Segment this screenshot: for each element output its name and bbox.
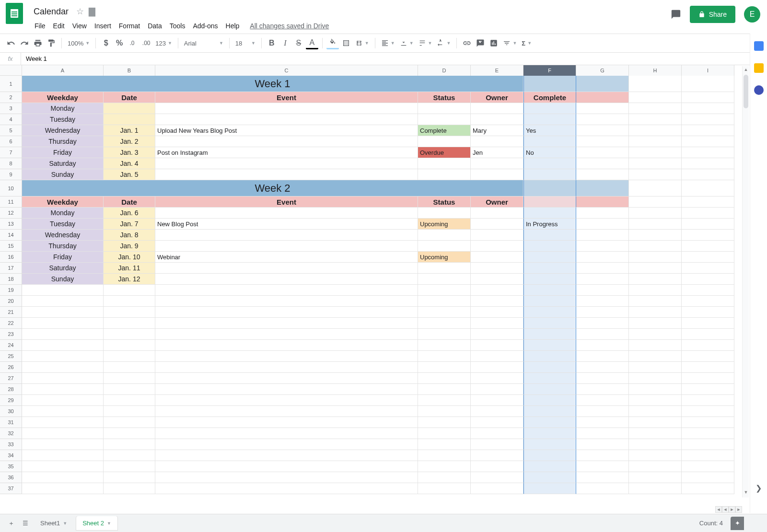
row-header-11[interactable]: 11 [0,197,22,208]
header-status[interactable]: Status [418,92,471,103]
cell[interactable] [629,307,682,318]
selection-count[interactable]: Count: 4 [699,520,723,527]
cell[interactable] [523,285,576,296]
cell[interactable] [629,136,682,147]
cell[interactable] [104,384,155,395]
row-header-25[interactable]: 25 [0,351,22,362]
cell[interactable] [576,373,629,384]
cell[interactable] [418,296,471,307]
cell[interactable] [682,76,734,92]
cell[interactable] [104,373,155,384]
cell[interactable] [471,428,523,439]
cell[interactable] [682,180,734,197]
cell-status[interactable] [418,274,471,285]
cell-event[interactable] [155,114,418,125]
cell[interactable] [22,461,104,472]
zoom-select[interactable]: 100%▼ [66,37,92,49]
cell-weekday[interactable]: Monday [22,208,104,219]
cell[interactable] [682,219,734,230]
row-header-21[interactable]: 21 [0,307,22,318]
cell[interactable] [682,230,734,241]
cell[interactable] [576,158,629,169]
cell[interactable] [576,439,629,450]
header-date[interactable]: Date [104,197,155,208]
cell[interactable] [629,340,682,351]
cell[interactable] [682,362,734,373]
row-header-17[interactable]: 17 [0,263,22,274]
cell[interactable] [629,274,682,285]
fill-color-icon[interactable] [326,37,339,49]
cell[interactable] [523,395,576,406]
cell[interactable] [22,428,104,439]
cell[interactable] [629,241,682,252]
cell[interactable] [576,461,629,472]
cell[interactable] [471,307,523,318]
cell-event[interactable] [155,103,418,114]
cell-complete[interactable]: No [523,147,576,158]
account-avatar[interactable]: E [744,6,760,23]
cell[interactable] [682,483,734,494]
filter-select[interactable]: ▼ [501,37,519,49]
cell-owner[interactable] [471,230,523,241]
cell[interactable] [576,219,629,230]
cell[interactable] [22,296,104,307]
cell[interactable] [629,406,682,417]
cell-status[interactable]: Complete [418,125,471,136]
cell-complete[interactable] [523,103,576,114]
keep-addon-icon[interactable] [754,63,764,73]
cell-weekday[interactable]: Friday [22,252,104,263]
row-header-24[interactable]: 24 [0,340,22,351]
row-header-10[interactable]: 10 [0,180,22,197]
cell[interactable] [576,450,629,461]
cell[interactable] [682,373,734,384]
cell-owner[interactable] [471,136,523,147]
cell-event[interactable] [155,169,418,180]
cell[interactable] [471,351,523,362]
cell[interactable] [155,428,418,439]
header-event[interactable]: Event [155,92,418,103]
row-header-37[interactable]: 37 [0,483,22,494]
cell-complete[interactable] [523,136,576,147]
cell[interactable] [682,263,734,274]
cell-weekday[interactable]: Sunday [22,169,104,180]
col-header-C[interactable]: C [155,65,418,76]
col-header-F[interactable]: F [523,65,576,76]
cell[interactable] [629,318,682,329]
add-sheet-icon[interactable]: ＋ [4,516,18,531]
row-header-23[interactable]: 23 [0,329,22,340]
cell[interactable] [523,428,576,439]
cell-owner[interactable] [471,274,523,285]
cell-event[interactable] [155,158,418,169]
cell-event[interactable] [155,230,418,241]
cell[interactable] [576,230,629,241]
cell[interactable] [155,307,418,318]
cell[interactable] [629,197,682,208]
cell[interactable] [155,417,418,428]
cell[interactable] [155,450,418,461]
cell[interactable] [155,340,418,351]
cell[interactable] [22,362,104,373]
select-all-cell[interactable] [0,65,22,76]
cell[interactable] [629,285,682,296]
cell[interactable] [418,461,471,472]
cell[interactable] [523,318,576,329]
cell[interactable] [629,439,682,450]
cell-date[interactable]: Jan. 7 [104,219,155,230]
cell[interactable] [523,329,576,340]
cell[interactable] [576,296,629,307]
cell[interactable] [629,472,682,483]
cell[interactable] [418,483,471,494]
undo-icon[interactable] [5,37,17,49]
cell-status[interactable]: Upcoming [418,252,471,263]
cell[interactable] [523,76,576,92]
cell-date[interactable]: Jan. 3 [104,147,155,158]
cell[interactable] [629,450,682,461]
decrease-decimal-icon[interactable]: .0 [127,37,139,49]
cell-event[interactable] [155,136,418,147]
cell[interactable] [418,417,471,428]
cell[interactable] [576,197,629,208]
cell[interactable] [155,285,418,296]
insert-comment-icon[interactable] [474,37,487,49]
row-header-19[interactable]: 19 [0,285,22,296]
cell[interactable] [682,197,734,208]
